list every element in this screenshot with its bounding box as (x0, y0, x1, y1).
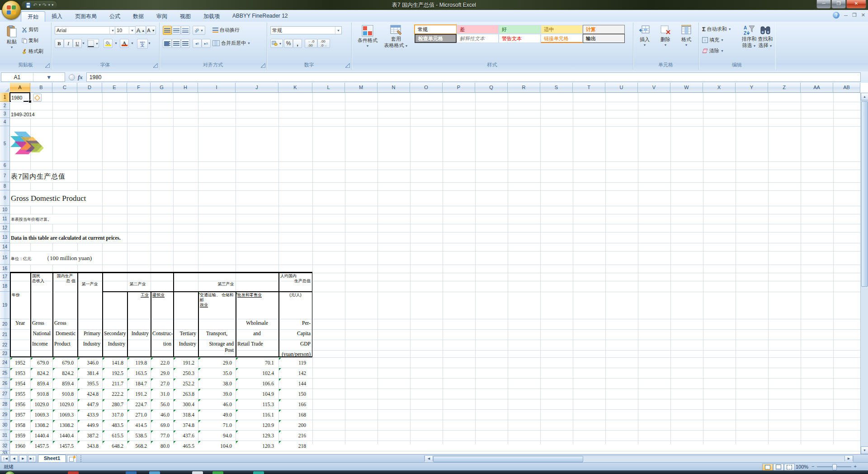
format-as-table-dropdown-icon[interactable]: ▼ (404, 44, 408, 47)
row-header-22[interactable]: 22 (0, 340, 10, 350)
data-cell-B28[interactable]: 1029.0 (30, 399, 52, 409)
data-cell-B25[interactable]: 824.2 (30, 368, 52, 378)
ribbon-tab-1[interactable]: 开始 (21, 11, 45, 22)
merge-center-button[interactable]: 合并后居中 ▼ (212, 40, 250, 47)
row-header-32[interactable]: 32 (0, 441, 10, 451)
ribbon-tab-4[interactable]: 公式 (103, 11, 127, 22)
data-cell-I29[interactable]: 49.0 (198, 409, 236, 420)
data-cell-K27[interactable]: 150 (278, 389, 312, 399)
data-cell-F29[interactable]: 271.0 (127, 409, 151, 420)
ribbon-tab-3[interactable]: 页面布局 (69, 11, 103, 22)
percent-button[interactable]: % (284, 39, 293, 48)
data-cell-H27[interactable]: 263.8 (173, 389, 198, 399)
data-cell-J24[interactable]: 70.1 (236, 357, 278, 368)
phonetic-dropdown-icon[interactable]: ▼ (148, 42, 151, 45)
data-cell-C25[interactable]: 824.2 (52, 368, 77, 378)
qat-customize-icon[interactable]: ▾ (52, 3, 53, 7)
data-cell-C31[interactable]: 1440.4 (52, 430, 77, 441)
data-cell-B30[interactable]: 1308.2 (30, 420, 52, 430)
data-cell-I25[interactable]: 35.0 (198, 368, 236, 378)
horizontal-scrollbar-thumb[interactable] (433, 456, 583, 462)
data-cell-C26[interactable]: 859.4 (52, 378, 77, 389)
doc-restore-icon[interactable]: ❐ (852, 12, 857, 18)
horizontal-scrollbar[interactable]: ◀ ▶ (424, 455, 854, 463)
data-cell-G24[interactable]: 22.0 (151, 357, 173, 368)
format-as-table-button[interactable]: 套用 表格格式 ▼ (382, 25, 410, 49)
data-cell-E24[interactable]: 141.8 (102, 357, 127, 368)
grow-font-button[interactable]: A▲ (135, 26, 146, 35)
data-cell-H32[interactable]: 465.5 (173, 441, 198, 451)
insert-cells-button[interactable]: 插入 ▼ (636, 25, 654, 47)
data-cell-F25[interactable]: 163.5 (127, 368, 151, 378)
find-select-dropdown-icon[interactable]: ▼ (769, 44, 773, 47)
data-cell-F27[interactable]: 191.2 (127, 389, 151, 399)
data-cell-E28[interactable]: 280.7 (102, 399, 127, 409)
row-header-14[interactable]: 14 (0, 243, 10, 251)
data-cell-H24[interactable]: 191.2 (173, 357, 198, 368)
fill-handle[interactable] (28, 100, 32, 103)
find-select-button[interactable]: 查找和 选择 ▼ (757, 25, 774, 49)
align-center-button[interactable] (172, 39, 181, 48)
row-header-15[interactable]: 15 (0, 251, 10, 265)
column-header-N[interactable]: N (377, 83, 410, 93)
data-cell-D31[interactable]: 387.2 (77, 430, 102, 441)
scroll-down-icon[interactable]: ▼ (861, 446, 868, 454)
data-cell-B27[interactable]: 910.8 (30, 389, 52, 399)
data-cell-H25[interactable]: 250.3 (173, 368, 198, 378)
data-cell-C24[interactable]: 679.0 (52, 357, 77, 368)
font-color-button[interactable]: A (120, 39, 129, 48)
column-header-D[interactable]: D (77, 83, 102, 93)
delete-cells-button[interactable]: 删除 ▼ (656, 25, 675, 47)
data-cell-E25[interactable]: 192.5 (102, 368, 127, 378)
scroll-up-icon[interactable]: ▲ (861, 93, 868, 100)
column-header-J[interactable]: J (236, 83, 278, 93)
data-cell-E30[interactable]: 483.5 (102, 420, 127, 430)
restore-button[interactable]: ❐ (831, 0, 846, 9)
italic-button[interactable]: I (64, 39, 73, 48)
data-cell-K30[interactable]: 200 (278, 420, 312, 430)
align-middle-button[interactable] (172, 26, 181, 35)
data-cell-H26[interactable]: 252.2 (173, 378, 198, 389)
column-header-P[interactable]: P (443, 83, 475, 93)
data-cell-J29[interactable]: 116.1 (236, 409, 278, 420)
page-break-view-button[interactable] (784, 464, 795, 471)
data-cell-G30[interactable]: 69.0 (151, 420, 173, 430)
row-header-20[interactable]: 20 (0, 319, 10, 329)
cell-style-bad[interactable]: 差 (457, 25, 499, 34)
row-header-17[interactable]: 17 (0, 273, 10, 281)
align-top-button[interactable] (163, 26, 172, 35)
font-size-dropdown-icon[interactable]: ▼ (129, 27, 134, 34)
sheet-tab-sheet1[interactable]: Sheet1 (38, 455, 66, 463)
data-cell-I28[interactable]: 46.0 (198, 399, 236, 409)
data-cell-I27[interactable]: 39.0 (198, 389, 236, 399)
data-cell-J25[interactable]: 102.4 (236, 368, 278, 378)
row-header-31[interactable]: 31 (0, 430, 10, 441)
ribbon-tab-5[interactable]: 数据 (127, 11, 150, 22)
column-header-A[interactable]: A (10, 83, 30, 93)
save-icon[interactable] (25, 2, 31, 8)
ribbon-tab-7[interactable]: 视图 (174, 11, 197, 22)
data-cell-C32[interactable]: 1457.5 (52, 441, 77, 451)
row-header-6[interactable]: 6 (0, 161, 10, 170)
first-sheet-icon[interactable]: ❘◀ (1, 455, 9, 462)
fill-dropdown-icon[interactable]: ▼ (721, 38, 724, 42)
column-header-AB[interactable]: AB (833, 83, 860, 93)
normal-view-button[interactable] (762, 464, 773, 471)
zoom-level[interactable]: 100% (796, 464, 808, 469)
row-header-10[interactable]: 10 (0, 206, 10, 214)
row-header-26[interactable]: 26 (0, 378, 10, 389)
underline-dropdown-icon[interactable]: ▼ (82, 42, 85, 45)
row-header-9[interactable]: 9 (0, 190, 10, 206)
data-cell-K32[interactable]: 218 (278, 441, 312, 451)
zoom-slider-thumb[interactable] (832, 464, 837, 470)
data-year-1960[interactable]: 1960 (10, 441, 30, 451)
doc-close-icon[interactable]: ✕ (861, 12, 865, 18)
row-header-1[interactable]: 1 (0, 93, 10, 102)
cell-style-neutral[interactable]: 适中 (541, 25, 583, 34)
align-left-button[interactable] (163, 39, 172, 48)
data-cell-H29[interactable]: 318.4 (173, 409, 198, 420)
data-cell-D30[interactable]: 449.9 (77, 420, 102, 430)
data-cell-F31[interactable]: 538.5 (127, 430, 151, 441)
redo-icon[interactable]: ↷ (42, 2, 47, 8)
row-header-7[interactable]: 7 (0, 170, 10, 182)
